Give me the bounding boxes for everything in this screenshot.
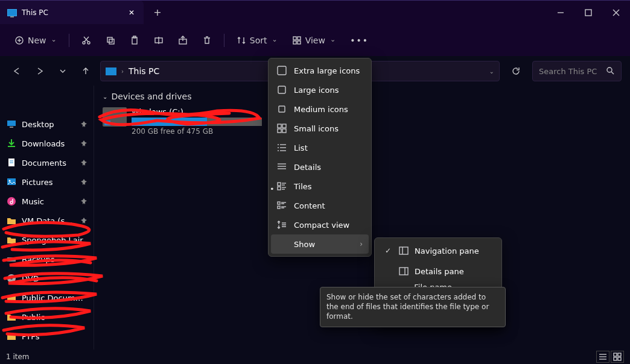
search-placeholder: Search This PC <box>539 67 597 76</box>
sidebar-item-public[interactable]: Public <box>2 307 91 327</box>
search-input[interactable]: Search This PC <box>532 61 622 81</box>
picture-icon <box>6 177 17 187</box>
svg-rect-38 <box>278 86 285 93</box>
menu-item-label: Large icons <box>294 86 339 95</box>
sidebar-item-ftps[interactable]: FTPs <box>2 327 91 346</box>
forward-button[interactable] <box>31 63 48 80</box>
svg-rect-78 <box>618 357 621 360</box>
menu-item-label: List <box>294 143 308 152</box>
rename-button[interactable] <box>148 30 170 51</box>
sidebar-item-pictures[interactable]: Pictures <box>2 172 91 192</box>
sidebar-item-label: Music <box>22 197 75 206</box>
cut-icon <box>81 36 91 45</box>
sidebar-item-label: Spongebob Lair <box>22 236 88 245</box>
this-pc-icon <box>106 67 116 75</box>
svg-line-23 <box>611 72 614 74</box>
navigation-pane: DesktopDownloadsDocumentsPicturesMusicVM… <box>0 86 94 350</box>
maximize-button[interactable] <box>574 1 602 24</box>
close-button[interactable] <box>602 1 630 24</box>
svg-rect-37 <box>278 66 286 75</box>
pin-icon <box>80 140 88 147</box>
view-menu-compact-view[interactable]: Compact view <box>271 215 369 234</box>
new-tab-button[interactable]: + <box>144 1 171 24</box>
menu-item-label: Tiles <box>294 182 312 191</box>
sort-label: Sort <box>250 36 267 45</box>
up-button[interactable] <box>77 63 94 80</box>
paste-button[interactable] <box>124 30 145 51</box>
sidebar-item-desktop[interactable]: Desktop <box>2 115 91 134</box>
view-menu-details[interactable]: Details <box>271 157 369 177</box>
menu-item-label: Show <box>294 240 315 249</box>
xl-icons-icon <box>277 66 287 75</box>
sidebar-item-backups[interactable]: Backups <box>2 249 91 269</box>
view-menu-extra-large-icons[interactable]: Extra large icons <box>271 61 369 80</box>
more-button[interactable]: ••• <box>344 30 375 51</box>
selected-indicator <box>270 107 273 111</box>
menu-item-label: Content <box>294 201 325 210</box>
minimize-button[interactable] <box>547 1 574 24</box>
breadcrumb[interactable]: This PC <box>129 66 159 76</box>
chevron-down-icon[interactable]: ⌄ <box>489 68 494 75</box>
tiles-icon <box>277 181 287 191</box>
show-menu-navigation-pane[interactable]: ✓Navigation pane <box>377 240 499 261</box>
command-bar: New Sort View ••• <box>0 24 630 57</box>
drive-label: Windows (C:) <box>132 107 262 116</box>
selected-indicator <box>270 223 273 227</box>
document-icon <box>6 157 17 168</box>
sidebar-item-dvd[interactable]: DVD <box>2 269 91 288</box>
view-menu-tiles[interactable]: Tiles <box>271 177 369 196</box>
lg-icons-icon <box>277 85 287 95</box>
list-icon <box>277 143 287 152</box>
cut-button[interactable] <box>75 30 97 51</box>
thumbnails-view-toggle[interactable] <box>611 351 624 363</box>
new-button[interactable]: New <box>8 30 63 51</box>
sidebar-item-downloads[interactable]: Downloads <box>2 134 91 153</box>
new-button-label: New <box>28 36 46 45</box>
md-icons-icon <box>277 104 287 114</box>
refresh-button[interactable] <box>506 61 526 81</box>
pin-icon <box>80 159 88 166</box>
sidebar-item-spongebob-lair[interactable]: Spongebob Lair <box>2 230 91 249</box>
sidebar-item-label: Public <box>22 313 88 322</box>
sidebar-item-public-documents[interactable]: Public Documents <box>2 288 91 307</box>
delete-button[interactable] <box>196 30 218 51</box>
sidebar-item-label: Pictures <box>22 178 75 187</box>
drive-tile[interactable]: Windows (C:) 200 GB free of 475 GB <box>103 107 262 136</box>
view-menu-medium-icons[interactable]: Medium icons <box>271 99 369 119</box>
copy-button[interactable] <box>100 30 121 51</box>
view-menu-list[interactable]: List <box>271 138 369 157</box>
svg-rect-59 <box>278 202 280 204</box>
view-menu-small-icons[interactable]: Small icons <box>271 119 369 138</box>
sort-icon <box>237 36 246 45</box>
tab-this-pc[interactable]: This PC ✕ <box>0 1 144 24</box>
svg-line-9 <box>84 37 89 42</box>
svg-point-7 <box>83 42 85 44</box>
svg-rect-77 <box>614 357 617 360</box>
pin-icon <box>80 121 88 128</box>
tab-close-icon[interactable]: ✕ <box>127 8 136 17</box>
sidebar-item-music[interactable]: Music <box>2 192 91 211</box>
recent-button[interactable] <box>54 63 71 80</box>
sort-button[interactable]: Sort <box>231 30 284 51</box>
this-pc-icon <box>7 9 17 16</box>
share-button[interactable] <box>172 30 194 51</box>
selected-indicator <box>270 69 273 72</box>
svg-point-31 <box>9 180 11 182</box>
sidebar-item-label: Desktop <box>22 120 75 129</box>
view-menu-show[interactable]: Show› <box>271 234 369 254</box>
check-icon: ✓ <box>383 246 393 255</box>
back-button[interactable] <box>8 63 25 80</box>
svg-rect-43 <box>282 129 286 133</box>
details-view-toggle[interactable] <box>596 351 609 363</box>
svg-point-8 <box>88 42 90 44</box>
view-menu-large-icons[interactable]: Large icons <box>271 80 369 99</box>
view-menu-content[interactable]: Content <box>271 196 369 215</box>
svg-rect-75 <box>614 353 617 356</box>
svg-rect-18 <box>293 37 296 40</box>
tooltip-text: Show or hide the set of characters added… <box>326 293 489 321</box>
sidebar-item-vm-data-shared-[interactable]: VM Data (shared) <box>2 211 91 230</box>
sidebar-item-documents[interactable]: Documents <box>2 153 91 172</box>
group-header-label: Devices and drives <box>111 92 191 101</box>
show-menu-details-pane[interactable]: Details pane <box>377 261 499 281</box>
view-button[interactable]: View <box>286 30 342 51</box>
